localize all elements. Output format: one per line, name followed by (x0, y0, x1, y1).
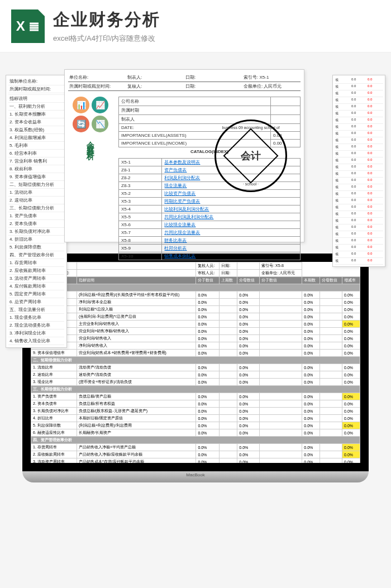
list-item: 5. 毛利率 (8, 142, 64, 150)
list-item: 8. 税前利率 (8, 165, 64, 173)
list-item: 指标说明 (8, 95, 64, 103)
list-item: 6. 经营本利率 (8, 150, 64, 157)
chart-icon-1: 📊 (73, 97, 89, 113)
list-item: 2. 速动比率 (8, 197, 64, 204)
list-item: 四、资产管理效率分析 (8, 251, 64, 259)
list-item: 2. 资本负债率 (8, 220, 64, 228)
list-item: 6. 总资产周转率 (8, 298, 64, 306)
label-date2: 日期: (184, 82, 242, 91)
list-item: 二、短期偿债能力分析 (8, 181, 64, 189)
chart-icon-2: 📈 (92, 97, 108, 113)
list-item: 3. 流动资产周转率 (8, 275, 64, 283)
sheet-main-preview: 单位名称: 制表人: 日期: 索引号: X5-1 所属时期或截至时间: 复核人:… (64, 69, 304, 242)
list-item: 2. 资本金收益率 (8, 118, 64, 126)
icon-grid: 📊 📈 🔄 📉 (73, 97, 108, 132)
chart-icon-3: 🔄 (73, 116, 89, 132)
label-period: 所属时期或截至时间: (68, 82, 126, 91)
list-item: 1. 流动比率 (8, 189, 64, 197)
label-date: 日期: (184, 73, 242, 82)
label-unit: 单位名称: (68, 73, 126, 82)
list-item: 1. 长期资本报酬率 (8, 111, 64, 118)
laptop-base (22, 471, 369, 482)
list-item: 1. 存货周转率 (8, 259, 64, 267)
list-item: 三、长期偿债能力分析 (8, 204, 64, 212)
list-item: 五、现金流量分析 (8, 306, 64, 314)
excel-icon (11, 9, 45, 43)
list-item: 3. 净利润现金比率 (8, 329, 64, 337)
list-item: 4. 销售收入现金比率 (8, 337, 64, 345)
list-item: 3. 长期负债对净比率 (8, 228, 64, 236)
page-subtitle: excel格式/A4打印/内容随意修改 (53, 34, 160, 44)
chart-icon-4: 📉 (92, 116, 108, 132)
preview-area: 填制单位名称:所属时期或截至时间:指标说明一、获利能力分析1. 长期资本报酬率2… (0, 52, 391, 242)
list-item: 3. 权益系数(经验) (8, 126, 64, 134)
list-item: 4. 应付账款周转率 (8, 283, 64, 290)
list-item: 2. 应收账款周转率 (8, 267, 64, 275)
list-item: 1. 资产负债率 (8, 212, 64, 220)
list-item: 填制单位名称: (8, 78, 64, 85)
list-item: 4. 折旧比率 (8, 236, 64, 243)
sheet-left-preview: 填制单位名称:所属时期或截至时间:指标说明一、获利能力分析1. 长期资本报酬率2… (6, 75, 67, 348)
label-checker: 复核人: (126, 82, 184, 91)
list-item: 所属时期或截至时间: (8, 85, 64, 93)
list-item: 4. 利润总额增减率 (8, 134, 64, 142)
page-title: 企业财务分析 (53, 8, 160, 31)
sheet-right-preview: 项0.00.0项0.00.0项0.00.0项0.00.0项0.00.0项0.00… (332, 75, 385, 267)
company-seal: business 09 accounting school of 会计 · sc… (214, 119, 287, 192)
label-index: 索引号: X5-1 (242, 73, 301, 82)
page-header: 企业财务分析 excel格式/A4打印/内容随意修改 (0, 0, 391, 52)
list-item: 7. 营业利率 销售利 (8, 157, 64, 165)
label-currency: 金额单位: 人民币元 (242, 82, 301, 91)
list-item: 9. 资本保值增值率 (8, 173, 64, 181)
list-item: 5. 利息保障倍数 (8, 243, 64, 251)
list-item: 2. 现金流动债务比率 (8, 322, 64, 329)
list-item: 一、获利能力分析 (8, 103, 64, 111)
laptop-spreadsheet: 填制计量单位名称:复核人员:日期:索引号: X5-8所属时期或截至时间:审核人员… (31, 262, 360, 463)
list-item: 5. 固定资产周转率 (8, 290, 64, 298)
label-maker: 制表人: (126, 73, 184, 82)
list-item: 1. 现金债务比率 (8, 314, 64, 322)
vertical-title: 企业财务分析 (85, 135, 96, 149)
